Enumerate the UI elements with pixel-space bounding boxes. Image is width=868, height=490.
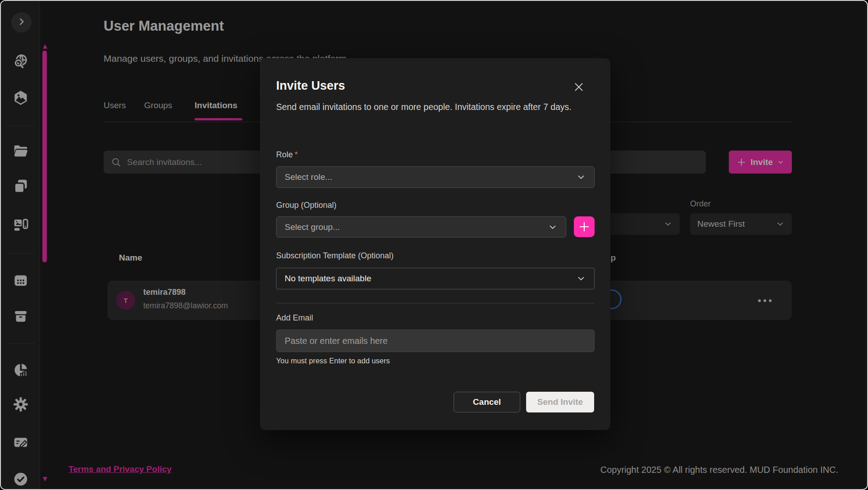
group-select[interactable]: Select group... <box>276 216 566 238</box>
email-helper-text: You must press Enter to add users <box>276 357 390 365</box>
modal-title: Invite Users <box>276 79 345 93</box>
template-label: Subscription Template (Optional) <box>276 251 394 261</box>
send-invite-button[interactable]: Send Invite <box>526 392 594 412</box>
chevron-down-icon <box>548 222 558 232</box>
add-email-label: Add Email <box>276 313 313 323</box>
role-select[interactable]: Select role... <box>276 166 595 188</box>
group-label: Group (Optional) <box>276 201 336 210</box>
template-select-value: No templates available <box>285 274 371 284</box>
role-label: Role* <box>276 150 298 160</box>
app-window: User Management Manage users, groups, an… <box>0 0 868 490</box>
modal-description: Send email invitations to one or more pe… <box>276 101 594 113</box>
template-select[interactable]: No templates available <box>276 268 595 289</box>
chevron-down-icon <box>576 172 586 182</box>
required-asterisk: * <box>295 150 298 159</box>
group-select-placeholder: Select group... <box>285 222 340 232</box>
add-group-button[interactable] <box>574 216 595 237</box>
modal-divider <box>276 303 595 303</box>
chevron-down-icon <box>576 274 586 284</box>
plus-icon <box>578 220 591 233</box>
close-icon <box>573 81 585 93</box>
role-select-placeholder: Select role... <box>285 172 332 182</box>
email-input[interactable] <box>276 330 595 352</box>
invite-users-modal: Invite Users Send email invitations to o… <box>260 58 610 430</box>
modal-close-button[interactable] <box>571 79 587 95</box>
cancel-button[interactable]: Cancel <box>454 392 520 412</box>
